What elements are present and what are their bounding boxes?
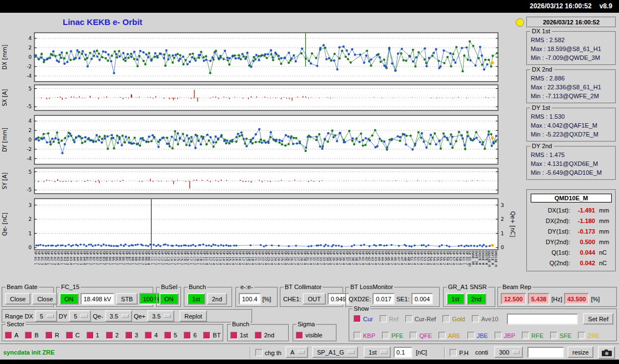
checkbox-visible[interactable]: visible (296, 332, 323, 339)
svg-text:2: 2 (28, 45, 32, 50)
snsr-2nd-button[interactable]: 2nd (466, 293, 486, 305)
group-label: BT Collimator (284, 284, 323, 290)
bpm-label: SP_57_4 (452, 251, 455, 285)
bpm-label: SP_18_2 (248, 251, 251, 285)
interval-select[interactable]: 300 (494, 346, 523, 358)
resize-button[interactable]: resize (567, 346, 593, 358)
checkbox-box (439, 332, 446, 339)
checkbox-gold[interactable]: Gold (442, 315, 465, 322)
bpm-label: SP_21_4 (258, 251, 261, 285)
threshold-input[interactable] (394, 347, 412, 358)
beam-rep-hz-unit: [Hz] (551, 296, 562, 302)
bpm-label: SP_R0_2 (142, 251, 144, 285)
checkbox-2[interactable]: 2 (106, 332, 119, 339)
checkbox-b[interactable]: B (25, 332, 38, 339)
bpm-label: SP_28_4 (304, 251, 306, 285)
beam-gate-close-button-2[interactable]: Close (32, 293, 58, 305)
dropdown-indicator-icon (47, 314, 54, 318)
checkbox-kbp[interactable]: KBP (354, 332, 375, 339)
page-title: Linac KEKB e- Orbit (63, 17, 142, 27)
bpm-label: SP_C2_1 (158, 251, 160, 285)
checkbox-2nd[interactable]: 2nd (255, 332, 274, 339)
checkbox-jbp[interactable]: JBP (495, 332, 515, 339)
checkbox-a[interactable]: A (5, 332, 18, 339)
bunch-1st-button[interactable]: 1st (187, 293, 205, 305)
bpm-label: SP_37_4 (349, 251, 351, 285)
dropdown-indicator-icon (298, 350, 305, 354)
checkbox-5[interactable]: 5 (164, 332, 177, 339)
bpm-label: SP_18_4 (251, 251, 254, 285)
checkbox-label: BT (213, 332, 220, 338)
range-dx-select[interactable]: 5 (35, 310, 57, 322)
svg-text:2: 2 (501, 216, 504, 222)
set-ref-button[interactable]: Set Ref (583, 313, 613, 325)
conti-toggle[interactable]: conti (475, 349, 488, 356)
mode-select[interactable]: A (285, 346, 308, 358)
chart-sy: 5-5SY [A] (0, 167, 516, 195)
checkbox-zre[interactable]: ZRE (578, 332, 600, 339)
fc15-stb-button[interactable]: STB (116, 293, 138, 305)
checkbox-cur-ref[interactable]: Cur-Ref (405, 315, 436, 322)
threshold-unit: [nC] (416, 349, 427, 356)
checkbox-bt[interactable]: BT (203, 332, 220, 339)
checkbox-box (382, 332, 389, 339)
beam-gate-close-button-1[interactable]: Close (5, 293, 31, 305)
checkbox-are[interactable]: ARE (439, 332, 461, 339)
aux-input[interactable] (527, 347, 564, 358)
checkbox-6[interactable]: 6 (184, 332, 197, 339)
checkbox-box (145, 332, 152, 339)
svg-text:Qe- [nC]: Qe- [nC] (2, 213, 8, 236)
bpm-label: SP_B3_1 (99, 251, 102, 285)
bpm-label: SP_32_4 (316, 251, 319, 285)
checkbox-c[interactable]: C (66, 332, 80, 339)
checkbox-1[interactable]: 1 (87, 332, 99, 339)
range-qem-select[interactable]: 3.5 (105, 310, 132, 322)
range-group: Range DX 5 DY 5 Qe- 3.5 Qe+ 3.5 Replot (2, 309, 253, 323)
checkbox-1st[interactable]: 1st (230, 332, 248, 339)
bpm-axis-labels: SP_A1_1SP_A1_2SP_A1_3SP_A1_4SP_A2_1SP_A2… (34, 251, 498, 285)
range-dx-label: DX (24, 313, 33, 320)
bpm-label: SP_A1_3 (41, 251, 44, 285)
snsr-1st-button[interactable]: 1st (446, 293, 465, 305)
fc15-on-button[interactable]: ON (59, 293, 79, 305)
gr-a1-snsr-group: GR_A1 SNSR 1st 2nd (443, 287, 496, 307)
checkbox-box (472, 315, 479, 322)
bpm-label: SP_48_4 (407, 251, 410, 285)
checkbox-ave10[interactable]: Ave10 (472, 315, 499, 322)
svg-text:0: 0 (28, 54, 32, 60)
che1-out-button[interactable]: OUT (303, 293, 325, 305)
bpm-label: SP_C2_2 (161, 251, 164, 285)
checkbox-label: 2 (115, 332, 119, 338)
bunch-select[interactable]: 1st (364, 346, 391, 358)
busel-on-button[interactable]: ON (159, 293, 179, 305)
checkbox-pfe[interactable]: PFE (382, 332, 403, 339)
checkbox-cur[interactable]: Cur (354, 315, 373, 322)
replot-button[interactable]: Replot (179, 310, 207, 322)
bpm-label: SP_43_2 (371, 251, 374, 285)
stat-rms-line: RMS : 1.475 (531, 150, 613, 159)
sigma-group: Sigma visible (293, 324, 337, 342)
stat-min-line: Min : -5.649@QAD10E_M (531, 168, 613, 177)
checkbox-sfe[interactable]: SFE (550, 332, 571, 339)
ph-checkbox[interactable]: P.H (450, 349, 469, 356)
checkbox-box (442, 315, 450, 322)
range-dy-select[interactable]: 5 (69, 310, 91, 322)
checkbox-ref[interactable]: Ref (380, 315, 399, 322)
checkbox-qfe[interactable]: QFE (410, 332, 432, 339)
bpm-label: SP_15_4 (232, 251, 235, 285)
ref-file-input[interactable] (507, 314, 578, 325)
bpm-label: SP_A3_1 (61, 251, 63, 285)
checkbox-box (25, 332, 32, 339)
checkbox-jbe[interactable]: JBE (467, 332, 488, 339)
range-qep-select[interactable]: 3.5 (147, 310, 174, 322)
checkbox-4[interactable]: 4 (145, 332, 158, 339)
screenshot-camera-button[interactable] (598, 346, 615, 359)
checkbox-r[interactable]: R (46, 332, 59, 339)
checkbox-3[interactable]: 3 (125, 332, 138, 339)
chg-th-checkbox[interactable]: chg th (255, 349, 281, 356)
svg-text:4: 4 (28, 118, 32, 124)
checkbox-rfe[interactable]: RFE (522, 332, 543, 339)
bpm-label: SP_41_2 (359, 251, 361, 285)
source-select[interactable]: SP_A1_G (312, 346, 358, 358)
bunch-2nd-button[interactable]: 2nd (207, 293, 227, 305)
